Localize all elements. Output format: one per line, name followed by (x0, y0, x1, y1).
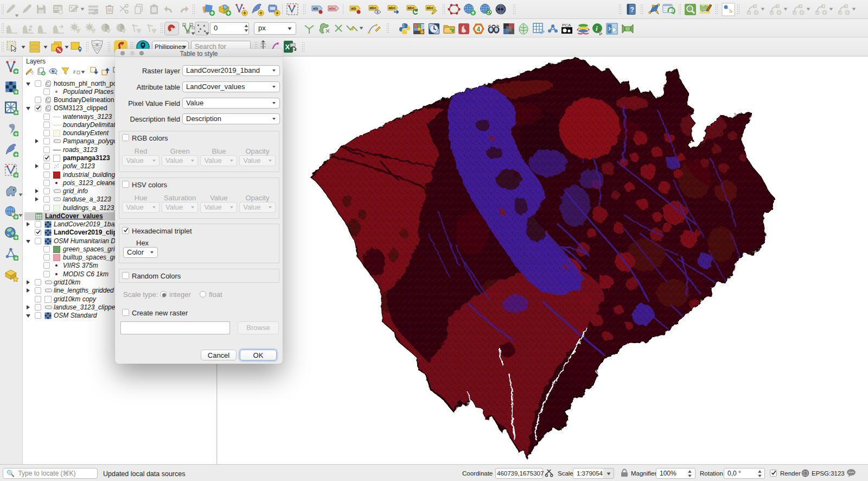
svg-text:abc: abc (407, 5, 414, 10)
svg-text:PCA: PCA (562, 23, 571, 28)
svg-text:ab: ab (351, 6, 356, 11)
svg-text:4: 4 (477, 26, 481, 33)
svg-text:abc: abc (388, 5, 395, 10)
svg-text:abc: abc (369, 5, 376, 10)
svg-text:?: ? (630, 6, 634, 14)
svg-text:ε: ε (73, 68, 76, 74)
svg-text:abc: abc (426, 5, 433, 10)
svg-text:abc: abc (329, 6, 336, 11)
svg-text:ab: ab (313, 6, 318, 11)
svg-text:i: i (596, 24, 598, 33)
svg-text:X: X (285, 43, 290, 51)
